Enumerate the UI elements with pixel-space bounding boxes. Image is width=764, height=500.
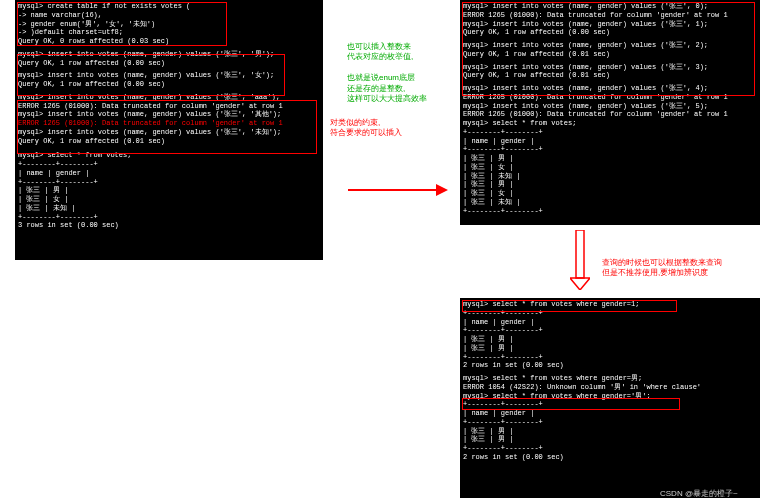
- row: | 张三 | 男 |: [463, 435, 757, 444]
- thead: | name | gender |: [463, 137, 757, 146]
- terminal-right-bottom: mysql> select * from votes where gender=…: [460, 298, 760, 498]
- row: | 张三 | 男 |: [463, 154, 757, 163]
- annotation-error-constraint: 对类似的约束, 符合要求的可以插入: [330, 118, 402, 139]
- row: | 张三 | 男 |: [463, 427, 757, 436]
- terminal-right-top: mysql> insert into votes (name, gender) …: [460, 0, 760, 225]
- line: mysql> select * from votes where gender=…: [463, 374, 757, 383]
- row: | 张三 | 未知 |: [463, 172, 757, 181]
- hr: +--------+--------+: [463, 353, 757, 362]
- hr: +--------+--------+: [18, 178, 320, 187]
- hr: +--------+--------+: [18, 160, 320, 169]
- hr: +--------+--------+: [463, 207, 757, 216]
- thead: | name | gender |: [463, 318, 757, 327]
- row: | 张三 | 男 |: [463, 335, 757, 344]
- hr: +--------+--------+: [463, 145, 757, 154]
- hr: +--------+--------+: [463, 418, 757, 427]
- svg-rect-2: [576, 230, 584, 278]
- thead: | name | gender |: [463, 409, 757, 418]
- hr: +--------+--------+: [18, 213, 320, 222]
- line: mysql> insert into votes (name, gender) …: [463, 102, 757, 111]
- svg-marker-1: [436, 184, 448, 196]
- line: 3 rows in set (0.00 sec): [18, 221, 320, 230]
- annotation-query-int: 查询的时候也可以根据整数来查询 但是不推荐使用,要增加辨识度: [602, 258, 722, 279]
- row: | 张三 | 女 |: [463, 163, 757, 172]
- row: | 张三 | 女 |: [463, 189, 757, 198]
- terminal-left: mysql> create table if not exists votes …: [15, 0, 323, 260]
- arrow-down-icon: [570, 230, 590, 290]
- hr: +--------+--------+: [463, 326, 757, 335]
- row: | 张三 | 男 |: [463, 344, 757, 353]
- row: | 张三 | 未知 |: [463, 198, 757, 207]
- row: | 张三 | 未知 |: [18, 204, 320, 213]
- line: mysql> select * from votes;: [463, 119, 757, 128]
- watermark: CSDN @暴走的橙子~: [660, 488, 738, 499]
- annotation-enum-int: 也可以插入整数来 代表对应的枚举值, 也就是说enum底层 还是存的是整数, 这…: [347, 42, 427, 104]
- line: 2 rows in set (0.00 sec): [463, 361, 757, 370]
- line: 2 rows in set (0.00 sec): [463, 453, 757, 462]
- hr: +--------+--------+: [463, 444, 757, 453]
- arrow-right-icon: [348, 180, 448, 200]
- row: | 张三 | 女 |: [18, 195, 320, 204]
- hr: +--------+--------+: [463, 128, 757, 137]
- row: | 张三 | 男 |: [463, 180, 757, 189]
- line: ERROR 1054 (42S22): Unknown column '男' i…: [463, 383, 757, 392]
- row: | 张三 | 男 |: [18, 186, 320, 195]
- thead: | name | gender |: [18, 169, 320, 178]
- line: ERROR 1265 (01000): Data truncated for c…: [463, 110, 757, 119]
- svg-marker-3: [570, 278, 590, 290]
